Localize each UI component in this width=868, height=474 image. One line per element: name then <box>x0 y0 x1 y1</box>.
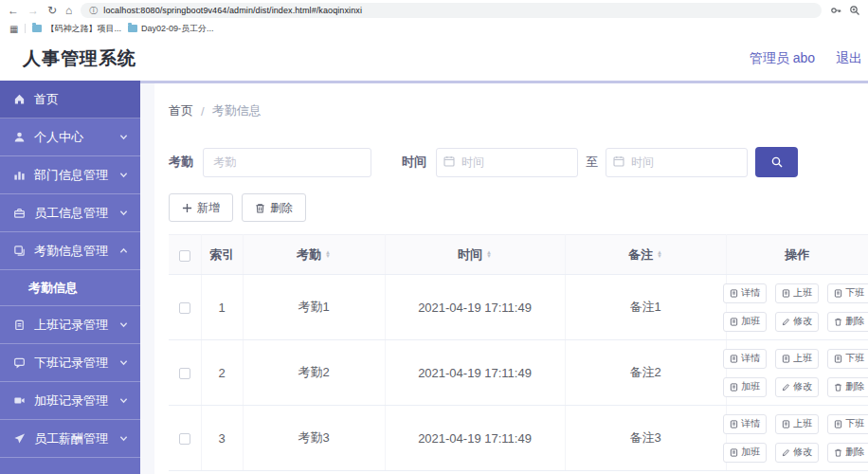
user-icon <box>12 131 26 144</box>
sidebar-subitem-attendance-info[interactable]: 考勤信息 <box>0 270 140 306</box>
cell-time: 2021-04-19 17:11:49 <box>385 406 565 471</box>
site-info-icon[interactable]: ⓘ <box>89 5 98 17</box>
sidebar-item-label: 下班记录管理 <box>34 355 108 372</box>
chevron-up-icon <box>119 246 128 255</box>
overtime-button[interactable]: 加班 <box>723 377 767 397</box>
sidebar: 首页 个人中心 部门信息管理 员工信息管理 <box>0 81 140 474</box>
cell-time: 2021-04-19 17:11:49 <box>385 275 565 340</box>
time-start-input[interactable] <box>436 148 578 177</box>
sidebar-item-department[interactable]: 部门信息管理 <box>0 156 140 194</box>
forward-icon[interactable]: → <box>27 5 39 16</box>
doc-icon <box>730 318 738 326</box>
sidebar-item-label: 员工信息管理 <box>34 205 108 222</box>
search-button[interactable] <box>755 147 798 177</box>
trash-icon <box>834 318 842 326</box>
current-user: 管理员 abo <box>750 50 815 67</box>
refresh-icon[interactable]: ↻ <box>47 5 57 16</box>
chevron-down-icon <box>119 358 128 367</box>
breadcrumb: 首页 / 考勤信息 <box>169 102 868 119</box>
sidebar-item-clockin[interactable]: 上班记录管理 <box>0 306 140 344</box>
chevron-down-icon <box>119 396 128 405</box>
sidebar-item-label: 上班记录管理 <box>34 317 108 334</box>
breadcrumb-current: 考勤信息 <box>212 102 262 119</box>
table-row: 1 考勤1 2021-04-19 17:11:49 备注1 详情 上班 下班 加… <box>169 275 868 340</box>
sort-icon[interactable]: ▲▼ <box>325 251 331 258</box>
folder-icon <box>128 25 137 32</box>
bookmark-item[interactable]: Day02-09-员工分... <box>128 23 214 35</box>
overtime-button[interactable]: 加班 <box>723 312 767 332</box>
cell-note: 备注2 <box>565 340 726 406</box>
logout-link[interactable]: 退出 <box>836 50 862 67</box>
row-checkbox[interactable] <box>179 433 190 445</box>
sidebar-item-salary[interactable]: 员工薪酬管理 <box>0 420 140 458</box>
clockin-button[interactable]: 上班 <box>775 283 819 303</box>
doc-icon <box>730 448 738 457</box>
clockin-button[interactable]: 上班 <box>775 349 819 369</box>
kaoqin-filter-input[interactable] <box>203 148 371 177</box>
sidebar-item-label: 考勤信息管理 <box>34 243 108 260</box>
chevron-down-icon <box>119 434 128 443</box>
col-kaoqin: 考勤▲▼ <box>243 235 385 275</box>
briefcase-icon <box>12 207 26 220</box>
clockout-button[interactable]: 下班 <box>827 283 868 303</box>
time-end-input[interactable] <box>606 148 748 177</box>
trash-icon <box>834 448 842 457</box>
col-action: 操作 <box>726 235 868 275</box>
add-button[interactable]: 新增 <box>169 193 233 222</box>
delete-row-button[interactable]: 删除 <box>827 443 868 463</box>
row-checkbox[interactable] <box>179 368 190 379</box>
breadcrumb-separator: / <box>201 104 205 118</box>
row-checkbox[interactable] <box>179 302 190 314</box>
edit-button[interactable]: 修改 <box>775 377 819 397</box>
sidebar-item-home[interactable]: 首页 <box>0 81 140 118</box>
trash-icon <box>834 383 842 392</box>
search-icon <box>770 155 784 169</box>
clockout-button[interactable]: 下班 <box>827 349 868 369</box>
home-nav-icon[interactable]: ⌂ <box>65 5 72 16</box>
sidebar-item-label: 首页 <box>34 91 59 108</box>
chevron-down-icon <box>119 171 128 179</box>
address-bar[interactable]: ⓘ localhost:8080/springboot9v464/admin/d… <box>81 3 822 18</box>
sidebar-item-profile[interactable]: 个人中心 <box>0 118 140 156</box>
folder-icon <box>32 25 42 32</box>
detail-button[interactable]: 详情 <box>723 349 767 369</box>
clockout-button[interactable]: 下班 <box>827 414 868 434</box>
clockin-button[interactable]: 上班 <box>775 414 819 434</box>
sort-icon[interactable]: ▲▼ <box>657 251 662 258</box>
bookmark-label: Day02-09-员工分... <box>141 23 214 35</box>
doc-icon <box>782 289 790 298</box>
sidebar-item-label: 员工薪酬管理 <box>34 430 108 447</box>
select-all-checkbox[interactable] <box>179 250 190 262</box>
sidebar-item-overtime[interactable]: 加班记录管理 <box>0 382 140 420</box>
breadcrumb-home[interactable]: 首页 <box>169 102 193 119</box>
chevron-down-icon <box>119 133 128 141</box>
delete-row-button[interactable]: 删除 <box>827 377 868 397</box>
apps-grid-icon[interactable]: ▦ <box>9 24 18 34</box>
detail-button[interactable]: 详情 <box>723 414 767 434</box>
plus-icon <box>182 203 192 213</box>
detail-button[interactable]: 详情 <box>723 283 767 303</box>
edit-button[interactable]: 修改 <box>775 312 819 332</box>
delete-row-button[interactable]: 删除 <box>827 312 868 332</box>
cell-time: 2021-04-19 17:11:49 <box>385 340 565 406</box>
sidebar-item-employee[interactable]: 员工信息管理 <box>0 194 140 232</box>
kaoqin-filter-label: 考勤 <box>169 154 193 171</box>
copy-icon <box>12 245 26 258</box>
edit-button[interactable]: 修改 <box>775 443 819 463</box>
sidebar-item-clockout[interactable]: 下班记录管理 <box>0 344 140 382</box>
col-index: 索引 <box>201 235 243 275</box>
back-icon[interactable]: ← <box>8 5 19 16</box>
overtime-button[interactable]: 加班 <box>723 443 767 463</box>
sort-icon[interactable]: ▲▼ <box>486 251 492 258</box>
cell-index: 3 <box>201 406 243 471</box>
zoom-icon[interactable] <box>849 5 860 16</box>
bar-chart-icon <box>12 169 26 182</box>
sidebar-item-attendance[interactable]: 考勤信息管理 <box>0 232 140 270</box>
delete-button[interactable]: 删除 <box>242 193 306 222</box>
password-key-icon[interactable] <box>830 5 841 16</box>
bookmark-item[interactable]: 【码神之路】项目... <box>32 23 121 35</box>
bookmark-label: 【码神之路】项目... <box>45 23 121 35</box>
table-toolbar: 新增 删除 <box>169 193 868 222</box>
sidebar-subitem-label: 考勤信息 <box>28 280 78 297</box>
clipboard-icon <box>12 319 26 332</box>
